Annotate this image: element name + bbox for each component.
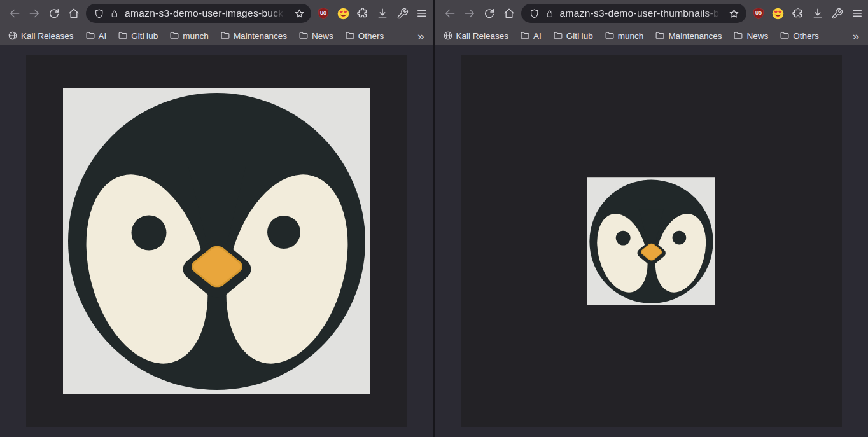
menu-hamburger-icon[interactable]	[848, 4, 867, 23]
bookmark-item[interactable]: Maintenances	[220, 31, 287, 41]
bookmark-star-icon[interactable]	[291, 4, 307, 23]
bookmark-label: munch	[618, 31, 644, 41]
bookmark-label: GitHub	[131, 31, 158, 41]
bookmark-label: News	[312, 31, 333, 41]
home-icon	[503, 7, 515, 20]
hamburger-icon	[416, 7, 428, 20]
bookmark-item[interactable]: Kali Releases	[8, 31, 74, 41]
https-lock-icon[interactable]	[545, 8, 555, 19]
hamburger-icon	[851, 7, 864, 20]
heart-eyes-emoji-icon	[337, 7, 350, 20]
arrow-left-icon	[444, 7, 456, 20]
bookmark-item[interactable]: Maintenances	[655, 31, 722, 41]
ublock-origin-extension-icon[interactable]: UO	[314, 4, 333, 23]
globe-icon	[443, 31, 453, 41]
home-button[interactable]	[64, 4, 83, 23]
bookmarks-toolbar: Kali Releases AI GitHub munch Maintenanc…	[435, 27, 868, 45]
developer-tools-wrench-icon[interactable]	[393, 4, 412, 23]
bookmark-label: News	[746, 31, 768, 41]
bookmarks-toolbar: Kali Releases AI GitHub munch Maintenanc…	[0, 27, 433, 45]
ublock-shield-icon: UO	[317, 7, 330, 20]
folder-icon	[220, 31, 230, 41]
ublock-shield-icon: UO	[752, 7, 765, 20]
bookmark-label: Maintenances	[668, 31, 722, 41]
wrench-icon	[831, 8, 843, 20]
folder-icon	[118, 31, 128, 41]
bookmark-item[interactable]: munch	[605, 31, 644, 41]
reload-icon	[483, 7, 496, 20]
bookmark-label: AI	[533, 31, 542, 41]
url-text[interactable]: amazn-s3-demo-user-images-bucket.s	[125, 8, 286, 19]
tracking-protection-shield-icon[interactable]	[94, 8, 104, 20]
navigation-toolbar: amazn-s3-demo-user-images-bucket.s UO	[0, 0, 433, 27]
folder-icon	[655, 31, 665, 41]
downloads-icon[interactable]	[373, 4, 392, 23]
bookmarks-overflow-chevron[interactable]: »	[851, 30, 860, 42]
url-bar[interactable]: amazn-s3-demo-user-thumbnails-buck	[521, 4, 746, 23]
folder-icon	[345, 31, 355, 41]
reload-icon	[48, 7, 60, 20]
back-button[interactable]	[440, 4, 459, 23]
bookmark-star-icon[interactable]	[726, 4, 743, 23]
star-icon	[728, 8, 740, 20]
bookmarks-list: Kali Releases AI GitHub munch Maintenanc…	[8, 31, 384, 41]
page-viewport	[0, 45, 433, 437]
globe-icon	[8, 31, 18, 41]
bookmark-item[interactable]: AI	[85, 31, 107, 41]
folder-icon	[169, 31, 179, 41]
back-button[interactable]	[5, 4, 24, 23]
bookmark-item[interactable]: GitHub	[553, 31, 593, 41]
arrow-left-icon	[8, 7, 21, 20]
bookmark-item[interactable]: News	[298, 31, 333, 41]
home-button[interactable]	[500, 4, 519, 23]
bookmark-item[interactable]: Kali Releases	[443, 31, 509, 41]
https-lock-icon[interactable]	[109, 8, 120, 19]
bookmarks-list: Kali Releases AI GitHub munch Maintenanc…	[443, 31, 819, 41]
heart-eyes-extension-icon[interactable]	[769, 4, 788, 23]
download-arrow-icon	[811, 7, 824, 20]
home-icon	[67, 7, 80, 20]
developer-tools-wrench-icon[interactable]	[828, 4, 847, 23]
arrow-right-icon	[463, 7, 476, 20]
bookmark-label: Others	[793, 31, 819, 41]
bookmark-item[interactable]: AI	[520, 31, 542, 41]
bookmark-item[interactable]: News	[733, 31, 768, 41]
forward-button[interactable]	[460, 4, 479, 23]
url-bar[interactable]: amazn-s3-demo-user-images-bucket.s	[86, 4, 311, 23]
puzzle-piece-icon	[792, 7, 804, 20]
folder-icon	[520, 31, 530, 41]
folder-icon	[85, 31, 95, 41]
page-content-panel	[461, 55, 843, 427]
svg-text:UO: UO	[755, 11, 762, 15]
page-viewport	[435, 45, 868, 437]
puzzle-piece-icon	[356, 7, 369, 20]
download-arrow-icon	[376, 7, 389, 20]
menu-hamburger-icon[interactable]	[412, 4, 431, 23]
browser-window-user-images-bucket: amazn-s3-demo-user-images-bucket.s UO	[0, 0, 433, 437]
forward-button[interactable]	[25, 4, 44, 23]
folder-icon	[605, 31, 615, 41]
penguin-image	[587, 177, 715, 305]
penguin-image	[63, 88, 370, 394]
folder-icon	[780, 31, 790, 41]
heart-eyes-emoji-icon	[771, 7, 785, 20]
bookmark-label: Maintenances	[234, 31, 287, 41]
bookmarks-overflow-chevron[interactable]: »	[416, 30, 426, 42]
bookmark-item[interactable]: Others	[780, 31, 819, 41]
heart-eyes-extension-icon[interactable]	[333, 4, 353, 23]
ublock-origin-extension-icon[interactable]: UO	[749, 4, 768, 23]
bookmark-item[interactable]: Others	[345, 31, 384, 41]
folder-icon	[733, 31, 743, 41]
extensions-puzzle-icon[interactable]	[353, 4, 372, 23]
reload-button[interactable]	[45, 4, 64, 23]
reload-button[interactable]	[480, 4, 499, 23]
bookmark-item[interactable]: GitHub	[118, 31, 158, 41]
bookmark-item[interactable]: munch	[169, 31, 209, 41]
folder-icon	[298, 31, 309, 41]
extensions-puzzle-icon[interactable]	[788, 4, 808, 23]
url-text[interactable]: amazn-s3-demo-user-thumbnails-buck	[560, 8, 721, 19]
tracking-protection-shield-icon[interactable]	[529, 8, 540, 20]
downloads-icon[interactable]	[808, 4, 827, 23]
arrow-right-icon	[28, 7, 41, 20]
page-content-panel	[26, 55, 407, 427]
